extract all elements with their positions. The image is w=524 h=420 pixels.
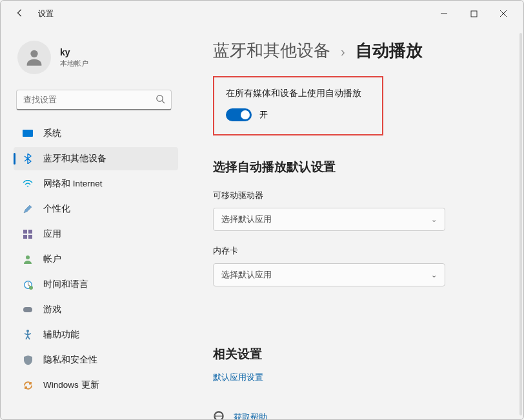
autoplay-toggle-label: 在所有媒体和设备上使用自动播放: [226, 88, 370, 99]
memory-card-dropdown[interactable]: 选择默认应用 ⌄: [213, 263, 445, 286]
sidebar-item-label: 应用: [43, 228, 61, 240]
breadcrumb-current: 自动播放: [356, 39, 423, 62]
avatar: [17, 41, 51, 74]
search-input[interactable]: [16, 90, 172, 110]
svg-point-15: [29, 286, 33, 290]
network-icon: [23, 179, 33, 189]
svg-rect-8: [23, 230, 27, 234]
user-name: ky: [60, 47, 88, 57]
gaming-icon: [23, 305, 33, 315]
help-icon: [213, 410, 225, 419]
search-icon: [156, 94, 165, 106]
memory-card-label: 内存卡: [213, 245, 499, 257]
sidebar-item-bluetooth[interactable]: 蓝牙和其他设备: [14, 147, 178, 170]
svg-line-6: [162, 101, 165, 103]
system-icon: [23, 128, 33, 139]
svg-rect-10: [23, 235, 27, 239]
main-content: 蓝牙和其他设备 › 自动播放 在所有媒体和设备上使用自动播放 开 选择自动播放默…: [185, 26, 523, 419]
privacy-icon: [23, 355, 33, 365]
sidebar-item-network[interactable]: 网络和 Internet: [14, 172, 178, 195]
svg-point-12: [26, 255, 30, 259]
apps-icon: [23, 229, 33, 239]
defaults-heading: 选择自动播放默认设置: [213, 159, 499, 175]
sidebar-item-label: 系统: [43, 128, 61, 139]
sidebar-item-label: 时间和语言: [43, 279, 88, 290]
sidebar-item-label: 帐户: [43, 254, 61, 265]
update-icon: [23, 380, 33, 390]
app-title: 设置: [38, 8, 54, 19]
sidebar-item-label: 隐私和安全性: [43, 354, 97, 366]
sidebar-item-label: 个性化: [43, 203, 70, 215]
user-account-row[interactable]: ky 本地帐户: [14, 33, 185, 86]
maximize-button[interactable]: [459, 4, 489, 23]
accessibility-icon: [23, 330, 33, 340]
svg-rect-7: [23, 130, 33, 137]
scrollbar[interactable]: [519, 33, 522, 415]
get-help-label: 获取帮助: [234, 412, 267, 419]
sidebar-item-personalize[interactable]: 个性化: [14, 197, 178, 221]
sidebar-item-label: 蓝牙和其他设备: [43, 153, 106, 165]
removable-drive-dropdown[interactable]: 选择默认应用 ⌄: [213, 208, 445, 231]
svg-rect-16: [23, 307, 32, 312]
user-type: 本地帐户: [60, 59, 88, 68]
nav-list: 系统 蓝牙和其他设备 网络和 Internet 个性化 应用 帐户 时间和语言 …: [14, 122, 185, 399]
sidebar-item-label: 游戏: [43, 304, 61, 315]
sidebar-item-update[interactable]: Windows 更新: [14, 374, 178, 397]
sidebar-item-label: 辅助功能: [43, 329, 79, 341]
sidebar-item-gaming[interactable]: 游戏: [14, 298, 178, 321]
svg-point-4: [30, 50, 37, 57]
search-box: [16, 90, 172, 110]
default-apps-link[interactable]: 默认应用设置: [213, 372, 263, 383]
accounts-icon: [23, 254, 33, 265]
removable-drive-label: 可移动驱动器: [213, 190, 499, 201]
chevron-right-icon: ›: [341, 45, 345, 59]
close-button[interactable]: [489, 4, 518, 23]
toggle-knob: [241, 110, 250, 119]
related-heading: 相关设置: [213, 346, 499, 363]
svg-rect-9: [28, 230, 32, 234]
svg-rect-1: [471, 11, 477, 17]
autoplay-toggle[interactable]: [226, 108, 252, 121]
get-help-row[interactable]: 获取帮助: [213, 410, 499, 419]
svg-point-5: [157, 95, 163, 101]
chevron-down-icon: ⌄: [431, 215, 437, 224]
sidebar-item-accounts[interactable]: 帐户: [14, 248, 178, 271]
sidebar-item-time[interactable]: 时间和语言: [14, 273, 178, 296]
dropdown-value: 选择默认应用: [221, 269, 272, 281]
sidebar-item-label: Windows 更新: [43, 379, 99, 391]
sidebar-item-accessibility[interactable]: 辅助功能: [14, 323, 178, 346]
minimize-button[interactable]: [429, 4, 459, 23]
back-button[interactable]: [12, 8, 28, 19]
titlebar: 设置: [1, 1, 523, 26]
autoplay-toggle-state: 开: [259, 109, 268, 121]
breadcrumb-parent[interactable]: 蓝牙和其他设备: [213, 39, 330, 62]
sidebar-item-privacy[interactable]: 隐私和安全性: [14, 348, 178, 372]
sidebar-item-system[interactable]: 系统: [14, 122, 178, 145]
personalize-icon: [23, 204, 33, 214]
time-icon: [23, 279, 33, 290]
sidebar: ky 本地帐户 系统 蓝牙和其他设备 网络和 Internet 个性化 应用 帐…: [1, 26, 185, 419]
dropdown-value: 选择默认应用: [221, 214, 272, 225]
bluetooth-icon: [23, 154, 33, 164]
svg-rect-11: [28, 235, 32, 239]
sidebar-item-apps[interactable]: 应用: [14, 223, 178, 246]
sidebar-item-label: 网络和 Internet: [43, 178, 103, 190]
chevron-down-icon: ⌄: [431, 271, 437, 279]
autoplay-toggle-section: 在所有媒体和设备上使用自动播放 开: [213, 76, 383, 135]
breadcrumb: 蓝牙和其他设备 › 自动播放: [213, 39, 499, 62]
svg-point-17: [26, 330, 29, 332]
